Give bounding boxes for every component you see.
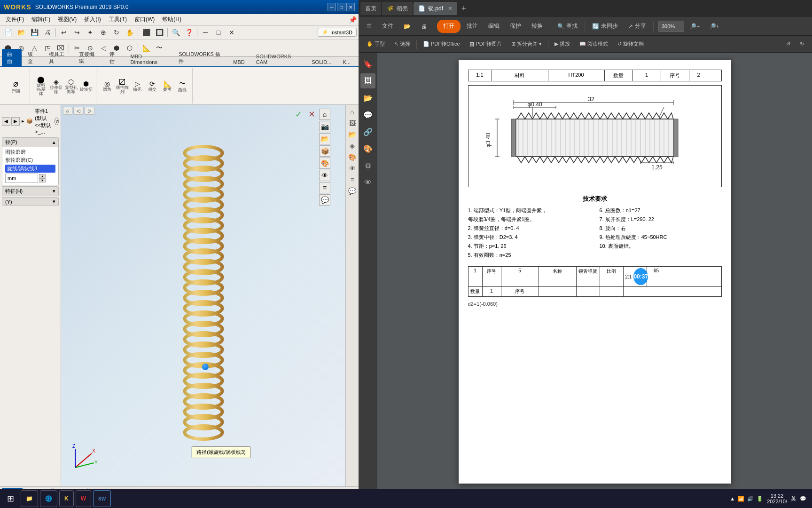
clock[interactable]: 13:22 2022/10/ [767, 493, 787, 504]
ri-eye-icon[interactable]: 👁 [347, 163, 358, 174]
menu-pin-icon[interactable]: 📌 [349, 16, 357, 24]
select-btn[interactable]: ✦ [84, 26, 96, 39]
help-btn[interactable]: ? [55, 118, 59, 125]
taskbar-app-browser[interactable]: 🌐 [40, 490, 57, 507]
close-win[interactable]: ✕ [226, 26, 238, 39]
pdf-play-btn[interactable]: ▶ 播放 [550, 38, 574, 50]
help-btn[interactable]: ❓ [183, 26, 195, 39]
pdf-office-btn[interactable]: 📄 PDF转Office [419, 38, 464, 50]
pdf-edit-btn[interactable]: 编辑 [484, 20, 504, 33]
pdf-hamburger-btn[interactable]: ☰ [362, 20, 376, 33]
ri-palette-icon[interactable]: 🎨 [347, 152, 358, 162]
restore-win[interactable]: □ [212, 26, 225, 39]
menu-help[interactable]: 帮助(H) [158, 15, 185, 24]
pdf-sb-folder-icon[interactable]: 📂 [360, 90, 375, 105]
ribbon-release-btn2[interactable]: ◈ 拉伸切除 [49, 79, 63, 93]
vp-confirm-btn[interactable]: ✓ [293, 109, 304, 120]
vp-eye-btn[interactable]: 👁 [319, 170, 330, 181]
pdf-sb-comment-icon[interactable]: 💬 [360, 107, 375, 122]
tab-direct-edit[interactable]: 直接编辑 [74, 49, 103, 66]
vp-3d-btn[interactable]: 📦 [319, 145, 330, 157]
tab-evaluate[interactable]: 评估 [104, 49, 124, 66]
ri-chat-icon[interactable]: 💬 [347, 186, 358, 196]
cmd-spin-down[interactable]: ▾ [39, 178, 46, 183]
pdf-sync-btn[interactable]: 🔄 未同步 [588, 20, 622, 33]
pdf-sb-palette-icon[interactable]: 🎨 [360, 141, 375, 156]
ribbon-release-btn3[interactable]: ⬡ 异型孔向导 [64, 79, 78, 93]
vp-view-nav2[interactable]: ▷ [85, 107, 95, 115]
pdf-rotate-ccw-btn[interactable]: ↻ [796, 38, 808, 50]
pdf-tab-ricehusk[interactable]: 🌾 稻壳 [382, 2, 413, 15]
view-orient-btn[interactable]: ⬛ [140, 26, 152, 39]
pdf-open-btn[interactable]: 📂 [399, 20, 415, 33]
notification-btn[interactable]: 💬 [800, 496, 806, 502]
pdf-cursor-btn[interactable]: ↖ 选择 [390, 38, 414, 50]
redo-btn[interactable]: ↪ [71, 26, 83, 39]
pdf-sb-link-icon[interactable]: 🔗 [360, 124, 375, 139]
tab-k[interactable]: K... [337, 57, 356, 66]
vp-chat-btn[interactable]: 💬 [319, 194, 330, 206]
vp-list-btn[interactable]: ≡ [319, 182, 330, 193]
display-btn[interactable]: 🔲 [153, 26, 165, 39]
pdf-protect-btn[interactable]: 保护 [506, 20, 525, 33]
taskbar-app-kingsoft[interactable]: K [59, 490, 74, 507]
menu-tools[interactable]: 工具(T) [105, 15, 131, 24]
vp-folder-btn[interactable]: 📂 [319, 133, 330, 144]
vp-view-nav[interactable]: ◁ [73, 107, 84, 115]
pdf-read-mode-btn[interactable]: 📖 阅读模式 [575, 38, 612, 50]
menu-window[interactable]: 窗口(W) [131, 15, 158, 24]
print-btn[interactable]: 🖨 [41, 26, 54, 39]
pdf-zoom-input[interactable] [658, 21, 684, 32]
pdf-page-area[interactable]: 1:1 材料 HT200 数量 1 序号 2 [377, 53, 812, 491]
ribbon-release-btn4[interactable]: ⬢ 旋转切 [79, 79, 93, 93]
minimize-win[interactable]: ─ [199, 26, 211, 39]
ribbon-more-btn2[interactable]: 〼 线性阵列 [115, 79, 129, 93]
menu-file[interactable]: 文件(F) [2, 15, 28, 24]
tab-mold[interactable]: 模具工具 [44, 49, 73, 66]
pdf-sb-settings-icon[interactable]: ⚙ [360, 158, 375, 173]
cmd-spin-up[interactable]: ▴ [39, 174, 46, 178]
vp-home-btn[interactable]: ⌂ [319, 109, 330, 120]
tab-solid1[interactable]: SOLID... [306, 57, 336, 66]
tray-icon-net[interactable]: 📶 [738, 496, 744, 502]
tab-surface[interactable]: 曲面 [2, 49, 22, 66]
pdf-convert-btn[interactable]: 转换 [527, 20, 547, 33]
menu-insert[interactable]: 插入(I) [80, 15, 104, 24]
ri-home-icon[interactable]: ⌂ [347, 107, 358, 117]
restore-button[interactable]: □ [337, 3, 345, 11]
ri-3d-icon[interactable]: ◈ [347, 141, 358, 151]
pdf-sb-thumb-icon[interactable]: 🖼 [360, 73, 375, 88]
ribbon-more-btn3[interactable]: ▷ 抽壳 [130, 79, 144, 93]
cmd-value-input[interactable] [5, 174, 38, 183]
ribbon-more-btn4[interactable]: ⟳ 相交 [145, 79, 159, 93]
zoom-btn[interactable]: ⊕ [97, 26, 109, 39]
pdf-split-btn[interactable]: ⊞ 拆分合并 ▾ [507, 38, 546, 50]
tab-sw-cam[interactable]: SOLIDWORKS CAM [251, 52, 305, 66]
pdf-sb-eye-icon[interactable]: 👁 [360, 175, 375, 190]
rotate-btn[interactable]: ↻ [110, 26, 123, 39]
taskbar-app-explorer[interactable]: 📁 [21, 490, 38, 507]
feature-node-part[interactable]: ▸ 📦 零件1 (默认<<默认>_... [20, 107, 55, 135]
cmd-section-header-path[interactable]: 径(P) ▴ [2, 138, 58, 147]
close-button[interactable]: ✕ [346, 3, 355, 11]
ri-folder-icon[interactable]: 📂 [347, 129, 358, 140]
vp-palette-btn[interactable]: 🎨 [319, 158, 330, 169]
pdf-tab-close-btn[interactable]: ✕ [448, 5, 453, 12]
instant3d-button[interactable]: ⚡ Instant3D [318, 28, 357, 37]
taskbar-start-btn[interactable]: ⊞ [2, 490, 19, 507]
vp-cancel-btn[interactable]: ✕ [306, 109, 317, 120]
tab-sheetmetal[interactable]: 钣金 [23, 49, 42, 66]
ribbon-more-btn1[interactable]: ◎ 圆角 [100, 79, 114, 93]
search-btn[interactable]: 🔍 [170, 26, 182, 39]
open-btn[interactable]: 📂 [15, 26, 27, 39]
ribbon-reference-btn[interactable]: 📐 参考 [160, 79, 174, 93]
vp-view-selector[interactable]: ⌂ [63, 107, 72, 115]
ri-list-icon[interactable]: ≡ [347, 175, 358, 185]
tray-icon-bat[interactable]: 🔋 [757, 496, 763, 502]
pdf-zoom-in-btn[interactable]: 🔎+ [705, 20, 724, 33]
tab-mbd[interactable]: MBD [228, 57, 250, 66]
lang-indicator[interactable]: 英 [791, 495, 796, 502]
menu-view[interactable]: 视图(V) [54, 15, 80, 24]
blue-indicator[interactable] [202, 364, 209, 370]
cmd-section-header-h[interactable]: 特征(H) ▾ [2, 187, 58, 196]
